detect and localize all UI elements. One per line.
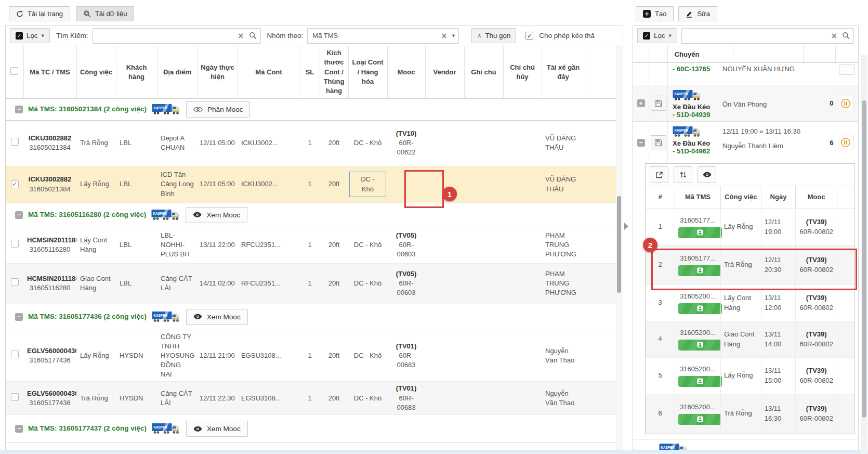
left-filterbar: ✓ Lọc ▾ Tìm Kiếm: × Nhóm theo: × ▾ ∧ Thu… [6,25,623,46]
job-row: 6 31605200... Trả Rỗng 13/11 16:30 (TV39… [646,394,854,434]
kasper-truck-logo: KASPER [151,209,180,222]
save-button[interactable] [651,96,666,111]
left-filter-button[interactable]: ✓ Lọc ▾ [10,28,50,43]
driver-card-icon [697,342,703,348]
col-ngay-thuc-hien: Ngày thực hiện [198,46,238,98]
expand-trip-button[interactable]: + [637,99,645,107]
select-all-checkbox[interactable] [10,67,18,75]
right-filter-button[interactable]: ✓ Lọc ▾ [637,28,677,43]
row-checkbox[interactable] [11,240,19,248]
driver-assigned-badge [678,227,722,238]
row-checkbox-checked[interactable]: ✓ [11,180,19,188]
chevron-down-icon: ▾ [42,32,45,39]
trips-table-header: Chuyến [633,46,858,63]
search-icon[interactable] [842,32,850,40]
svg-text:KASPER: KASPER [153,211,167,215]
col-dia-diem: Địa điểm [157,46,198,98]
right-search-input[interactable] [681,28,854,44]
row-checkbox[interactable] [11,351,19,358]
checkbox-checked-icon: ✓ [525,32,533,40]
link-icon [193,107,203,112]
empty-mooc-cell[interactable] [387,166,425,203]
create-button[interactable]: + Tạo [636,6,674,21]
col-ma-cont: Mã Cont [238,46,300,98]
svg-text:KASPER: KASPER [675,92,689,96]
save-button[interactable] [651,135,666,150]
filter-checkbox: ✓ [16,32,23,40]
row-checkbox[interactable] [11,278,19,286]
view-button[interactable] [698,166,716,183]
clear-icon[interactable]: × [441,33,447,38]
group-label: Mã TMS: 31605116280 (2 công việc) [28,210,146,220]
svg-text:KASPER: KASPER [154,425,168,429]
table-row-selected: ✓ ICKU300288231605021384 Lấy Rỗng LBL IC… [6,166,617,203]
left-scrollbar[interactable] [616,46,622,450]
left-search-input[interactable] [93,28,261,44]
collapse-trip-button[interactable]: − [637,139,645,147]
row-checkbox[interactable] [11,393,19,401]
driver-card-icon [697,267,703,274]
reload-page-button[interactable]: Tải lại trang [9,6,70,21]
row-checkbox[interactable] [11,138,19,146]
right-scrollbar-thumb[interactable] [862,100,866,418]
svg-text:KASPER: KASPER [154,313,168,317]
pause-button[interactable] [838,96,853,111]
view-mooc-button[interactable]: Xem Mooc [186,421,248,437]
col-num: # [646,186,675,209]
col-ghi-chu: Ghi chú [464,46,503,98]
load-data-button[interactable]: Tải dữ liệu [76,6,134,21]
col-mooc: Mooc [387,46,425,98]
kasper-truck-logo: KASPER [152,310,181,323]
collapse-group-button[interactable]: − [15,106,23,113]
pause-button[interactable] [838,135,853,150]
kasper-truck-logo: KASPER [673,89,702,102]
clear-icon[interactable]: × [238,33,244,38]
pencil-icon [686,10,693,18]
collapse-button[interactable]: ∧ Thu gọn [471,28,516,43]
driver-assigned-badge [678,376,722,387]
panel-divider-arrow[interactable] [624,223,628,230]
clear-icon[interactable]: × [831,33,837,38]
refresh-icon [16,10,23,18]
eye-icon [193,426,202,432]
chevron-up-icon: ∧ [477,32,481,39]
group-label: Mã TMS: 31605177437 (2 công việc) [28,424,147,434]
driver-card-icon [697,305,703,312]
floppy-icon [654,139,662,147]
right-scrollbar[interactable] [861,55,867,454]
col-ma-tms: Mã TMS [675,186,721,209]
collapse-group-button[interactable]: − [15,425,23,433]
search-icon[interactable] [249,32,257,40]
chevron-down-icon: ▾ [669,32,672,39]
external-link-icon [655,171,663,179]
sort-button[interactable] [674,166,692,183]
collapse-group-button[interactable]: − [15,211,23,219]
col-chuyen: Chuyến [668,46,733,62]
pause-button-partial[interactable] [839,64,854,75]
left-scrollbar-thumb[interactable] [617,196,621,293]
view-mooc-button[interactable]: Xem Mooc [186,207,247,223]
group-row: − Mã TMS: 31605177436 (2 công việc) KASP… [6,304,617,330]
col-cong-viec: Công việc [720,186,761,209]
table-row: EGLV560000430231605177436 Trả Rỗng HYSDN… [6,382,617,415]
trip-row-expanded: − KASPER Xe Đầu Kéo - 51D-04962 12/11 19… [633,122,858,163]
pause-icon [840,98,851,109]
assign-mooc-button[interactable]: Phân Mooc [186,101,250,118]
kasper-truck-logo: KASPER [659,443,688,450]
group-by-select[interactable] [307,28,459,44]
allow-drag-checkbox[interactable]: ✓ Cho phép kéo thả [525,32,595,40]
driver-card-icon [697,378,703,384]
open-external-button[interactable] [650,166,668,183]
edit-button[interactable]: Sửa [678,6,717,21]
cont-type-editable-cell[interactable]: DC - Khô [349,172,386,197]
trip-time-range: 12/11 19:00 » 13/11 16:30 [722,125,806,135]
group-row: − Mã TMS: 31605021384 (2 công việc) KASP… [6,98,617,120]
chevron-down-icon[interactable]: ▾ [452,32,455,39]
job-count: 0 [806,85,833,121]
group-label: Mã TMS: 31605021384 (2 công việc) [28,105,147,114]
trip-row-partial-bottom: KASPER [633,439,858,450]
jobs-table-header-row: Mã TC / TMS Công việc Khách hàng Địa điể… [6,46,617,98]
view-mooc-button[interactable]: Xem Mooc [186,309,248,325]
jobs-table: Mã TC / TMS Công việc Khách hàng Địa điể… [6,46,617,450]
collapse-group-button[interactable]: − [15,313,23,321]
